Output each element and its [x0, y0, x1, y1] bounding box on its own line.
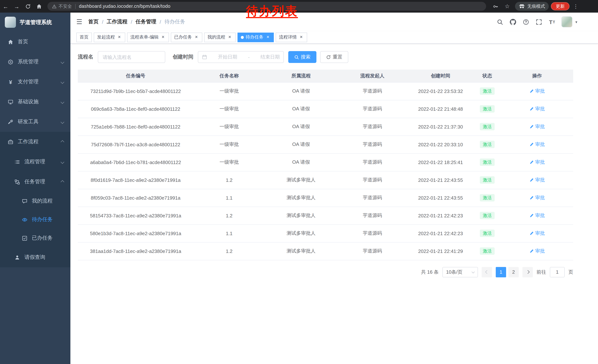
user-avatar[interactable] [561, 16, 573, 27]
approve-link-label: 审批 [535, 194, 545, 201]
update-button[interactable]: 更新 [551, 2, 569, 10]
process-name-input[interactable] [98, 51, 165, 63]
browser-home-icon[interactable] [33, 4, 44, 9]
approve-link-label: 审批 [535, 88, 545, 94]
sidebar-item-my-process[interactable]: 我的流程 [0, 192, 70, 210]
sidebar-item-task-mgmt[interactable]: 任务管理 [0, 172, 70, 192]
browser-chrome: ← → 不安全 dashboard.yudao.iocoder.cn/bpm/t… [0, 0, 598, 13]
table-row: 580e1b3d-7ac8-11ec-a9e2-a2380e71991a1.1测… [78, 224, 573, 242]
chevron-down-icon [61, 160, 64, 164]
github-icon[interactable] [509, 18, 517, 25]
approve-link[interactable]: 审批 [529, 230, 545, 237]
page-button-2[interactable]: 2 [508, 267, 519, 277]
process-cell: OA 请假 [265, 153, 337, 171]
close-icon[interactable]: × [160, 35, 166, 40]
sidebar-item-todo-task[interactable]: 待办任务 [0, 210, 70, 229]
approve-link[interactable]: 审批 [529, 141, 545, 148]
breadcrumb-item[interactable]: 任务管理 [136, 18, 156, 25]
url-text[interactable]: dashboard.yudao.iocoder.cn/bpm/task/todo [79, 4, 170, 9]
back-icon[interactable]: ← [0, 3, 11, 9]
task-id-cell: a6aba0a4-7b6d-11ec-b781-acde48001122 [78, 153, 193, 171]
breadcrumb-item[interactable]: 首页 [88, 18, 99, 25]
prev-page-button[interactable] [482, 267, 492, 277]
fullscreen-icon[interactable] [535, 18, 543, 25]
starter-cell: 芋道源码 [337, 153, 407, 171]
sidebar-item-label: 研发工具 [18, 119, 39, 125]
approve-link-label: 审批 [535, 248, 545, 254]
reset-button[interactable]: 重置 [320, 51, 348, 63]
forward-icon[interactable]: → [11, 3, 22, 9]
sidebar-item-payment[interactable]: ¥支付管理 [0, 72, 70, 92]
sidebar-item-infra[interactable]: 基础设施 [0, 92, 70, 112]
content: 流程名 创建时间 开始日期 - 结束日期 搜索 重 [70, 44, 598, 364]
tab-发起流程[interactable]: 发起流程× [94, 32, 125, 42]
tab-流程表单-编辑[interactable]: 流程表单-编辑× [127, 32, 169, 42]
status-badge: 激活 [480, 159, 495, 166]
close-icon[interactable]: × [117, 35, 122, 40]
date-range-picker[interactable]: 开始日期 - 结束日期 [198, 51, 284, 63]
edit-icon [529, 142, 534, 147]
help-icon[interactable] [523, 18, 530, 25]
tab-首页[interactable]: 首页 [76, 32, 92, 42]
sidebar-item-done-task[interactable]: 已办任务 [0, 229, 70, 247]
close-icon[interactable]: × [194, 35, 199, 40]
hamburger-icon[interactable]: ☰ [76, 18, 82, 26]
starter-cell: 芋道源码 [337, 189, 407, 207]
approve-link[interactable]: 审批 [529, 194, 545, 201]
sidebar-item-devtools[interactable]: 研发工具 [0, 112, 70, 132]
task-name-cell: 一级审批 [193, 153, 265, 171]
tab-待办任务[interactable]: 待办任务× [238, 32, 274, 42]
search-button[interactable]: 搜索 [288, 51, 316, 63]
sidebar-item-label: 待办任务 [32, 216, 53, 223]
end-date-input[interactable]: 结束日期 [260, 54, 280, 60]
browser-menu-icon[interactable]: ⋮ [570, 3, 581, 9]
chevron-right-icon [526, 270, 530, 274]
starter-cell: 芋道源码 [337, 136, 407, 153]
search-icon[interactable] [497, 18, 504, 25]
sidebar-item-home[interactable]: 首页 [0, 32, 70, 52]
tab-流程详情[interactable]: 流程详情× [276, 32, 307, 42]
approve-link[interactable]: 审批 [529, 88, 545, 94]
breadcrumb-item[interactable]: 工作流程 [107, 18, 127, 25]
close-icon[interactable]: × [265, 35, 270, 40]
approve-link[interactable]: 审批 [529, 212, 545, 219]
start-date-input[interactable]: 开始日期 [218, 54, 237, 60]
refresh-icon [326, 55, 331, 59]
approve-link[interactable]: 审批 [529, 105, 545, 112]
goto-page-input[interactable] [550, 267, 565, 277]
page-button-1[interactable]: 1 [496, 267, 506, 277]
column-header: 任务名称 [193, 70, 265, 82]
bookmark-star-icon[interactable]: ☆ [502, 3, 513, 10]
table-row: 069c6a63-7b8a-11ec-8ef0-acde48001122一级审批… [78, 100, 573, 118]
approve-link[interactable]: 审批 [529, 123, 545, 130]
sidebar-item-system[interactable]: 系统管理 [0, 52, 70, 72]
app-logo[interactable]: 芋道管理系统 [0, 13, 70, 32]
status-badge: 激活 [480, 105, 495, 113]
approve-link[interactable]: 审批 [529, 177, 545, 183]
status-badge: 激活 [480, 123, 495, 130]
tab-label: 已办任务 [174, 34, 192, 40]
approve-link[interactable]: 审批 [529, 159, 545, 166]
sidebar-item-label: 基础设施 [18, 98, 39, 105]
column-header: 所属流程 [265, 70, 337, 82]
approve-link[interactable]: 审批 [529, 248, 545, 254]
page-size-select[interactable]: 10条/页 [442, 267, 478, 277]
close-icon[interactable]: × [299, 35, 304, 40]
sidebar-item-process-mgmt[interactable]: 流程管理 [0, 152, 70, 172]
incognito-icon [519, 4, 525, 8]
refresh-icon[interactable] [22, 4, 33, 9]
date-separator: - [248, 54, 250, 60]
key-icon[interactable] [490, 4, 501, 9]
edit-icon [529, 249, 534, 253]
approve-link-label: 审批 [535, 123, 545, 130]
close-icon[interactable]: × [227, 35, 232, 40]
process-cell: 测试多审批人 [265, 207, 337, 224]
security-label[interactable]: 不安全 [58, 3, 72, 9]
sidebar-item-leave-query[interactable]: 请假查询 [0, 247, 70, 267]
tab-我的流程[interactable]: 我的流程× [204, 32, 236, 42]
next-page-button[interactable] [523, 267, 533, 277]
tab-已办任务[interactable]: 已办任务× [171, 32, 202, 42]
sidebar-item-workflow[interactable]: 工作流程 [0, 132, 70, 152]
font-size-icon[interactable]: TT [548, 18, 556, 25]
caret-down-icon[interactable]: ▾ [575, 20, 577, 24]
